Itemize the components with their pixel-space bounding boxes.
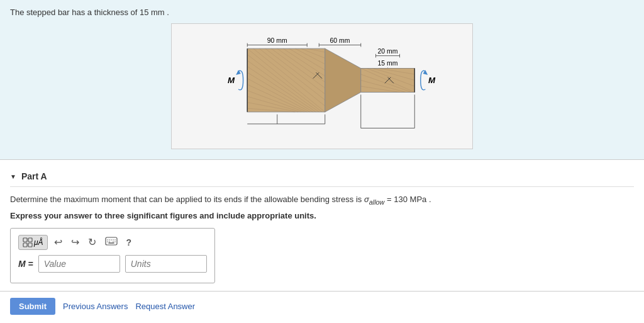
svg-rect-63 — [28, 238, 32, 242]
part-a-title: Part A — [21, 171, 47, 181]
collapse-icon[interactable]: ▼ — [10, 173, 16, 180]
submit-button[interactable]: Submit — [10, 298, 55, 315]
value-input[interactable] — [38, 255, 120, 273]
diagram-container: 90 mm 60 mm 7.5 mm 20 mm — [10, 23, 634, 149]
mu-label: μÅ — [34, 238, 43, 247]
problem-area: The stepped bar has a thickness of 15 mm… — [0, 0, 644, 160]
part-a-section: ▼ Part A Determine the maximum moment th… — [0, 160, 644, 292]
submit-row: Submit Previous Answers Request Answer — [0, 292, 644, 321]
svg-text:M: M — [228, 76, 235, 85]
input-row: M = — [18, 255, 207, 273]
sigma-label: σallow — [364, 195, 385, 204]
diagram-box: 90 mm 60 mm 7.5 mm 20 mm — [171, 23, 473, 149]
svg-marker-40 — [325, 48, 361, 112]
svg-text:90 mm: 90 mm — [267, 37, 287, 44]
matrix-button[interactable]: μÅ — [18, 235, 48, 250]
part-a-header: ▼ Part A — [10, 166, 634, 187]
svg-rect-62 — [23, 238, 27, 242]
previous-answers-link[interactable]: Previous Answers — [63, 302, 128, 311]
svg-text:M: M — [428, 76, 436, 85]
toolbar: μÅ ↩ ↪ ↻ — [18, 235, 207, 250]
svg-rect-66 — [106, 237, 117, 245]
m-label: M = — [18, 259, 33, 269]
answer-box: μÅ ↩ ↪ ↻ — [10, 228, 215, 283]
problem-description: The stepped bar has a thickness of 15 mm… — [10, 8, 634, 17]
keyboard-button[interactable] — [103, 235, 120, 249]
help-button[interactable]: ? — [124, 236, 135, 249]
svg-rect-65 — [28, 243, 32, 247]
instruction-text: Express your answer to three significant… — [10, 211, 634, 220]
keyboard-icon — [105, 237, 118, 246]
beam-diagram: 90 mm 60 mm 7.5 mm 20 mm — [191, 33, 453, 140]
request-answer-link[interactable]: Request Answer — [135, 302, 195, 311]
redo-button[interactable]: ↪ — [69, 235, 82, 249]
refresh-button[interactable]: ↻ — [86, 235, 99, 249]
undo-button[interactable]: ↩ — [52, 235, 65, 249]
matrix-icon — [23, 237, 33, 247]
svg-text:20 mm: 20 mm — [378, 48, 398, 55]
svg-rect-64 — [23, 243, 27, 247]
svg-text:60 mm: 60 mm — [330, 37, 350, 44]
svg-text:15 mm: 15 mm — [378, 60, 398, 67]
units-input[interactable] — [125, 255, 207, 273]
question-text: Determine the maximum moment that can be… — [10, 193, 634, 207]
